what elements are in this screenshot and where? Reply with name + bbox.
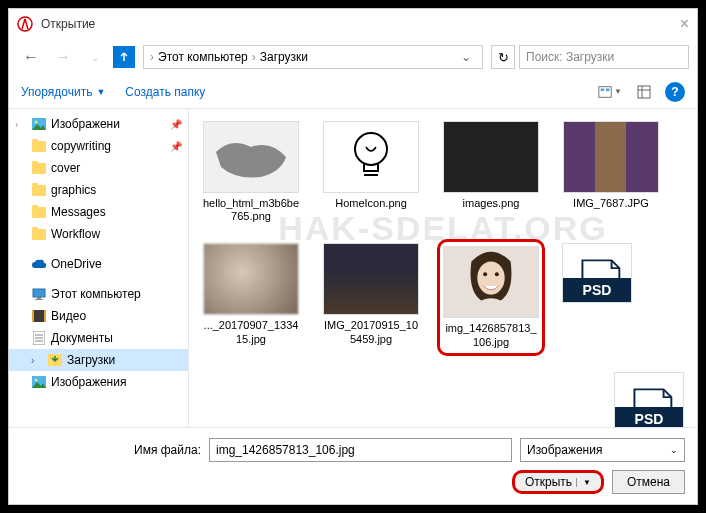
chevron-down-icon: ▼ <box>576 478 591 487</box>
file-label: img_1426857813_106.jpg <box>444 322 538 348</box>
thumbnail-crowd <box>323 243 419 315</box>
sidebar-item-pictures[interactable]: ›Изображени📌 <box>9 113 188 135</box>
svg-rect-2 <box>601 88 605 91</box>
file-item[interactable]: images.png <box>437 117 545 227</box>
up-button[interactable] <box>113 46 135 68</box>
organize-button[interactable]: Упорядочить ▼ <box>21 85 105 99</box>
file-item[interactable]: IMG_20170915_105459.jpg <box>317 239 425 355</box>
file-label: ..._20170907_133415.jpg <box>201 319 301 345</box>
sidebar-item-folder[interactable]: copywriting📌 <box>9 135 188 157</box>
breadcrumb-dropdown-icon[interactable]: ⌄ <box>456 50 476 64</box>
refresh-button[interactable]: ↻ <box>491 45 515 69</box>
svg-rect-12 <box>32 310 46 322</box>
view-details-button[interactable] <box>631 80 657 104</box>
close-icon[interactable]: × <box>680 15 689 33</box>
file-item[interactable]: IMG_7687.JPG <box>557 117 665 227</box>
thumbnail-woman <box>443 246 539 318</box>
thumbnail-bulb <box>323 121 419 193</box>
window-title: Открытие <box>41 17 95 31</box>
svg-point-27 <box>483 273 487 277</box>
svg-point-21 <box>35 379 38 382</box>
svg-point-8 <box>35 121 38 124</box>
file-item-selected[interactable]: img_1426857813_106.jpg <box>437 239 545 355</box>
svg-rect-3 <box>606 88 610 91</box>
breadcrumb[interactable]: › Этот компьютер › Загрузки ⌄ <box>143 45 483 69</box>
search-input[interactable]: Поиск: Загрузки <box>519 45 689 69</box>
pin-icon: 📌 <box>170 141 182 152</box>
sidebar-item-downloads[interactable]: ›Загрузки <box>9 349 188 371</box>
svg-rect-13 <box>32 310 34 322</box>
file-grid: HAK-SDELAT.ORG hello_html_m3b6be765.png … <box>189 109 697 427</box>
sidebar-item-folder[interactable]: Messages <box>9 201 188 223</box>
view-thumbnails-button[interactable]: ▼ <box>597 80 623 104</box>
sidebar-item-onedrive[interactable]: OneDrive <box>9 253 188 275</box>
breadcrumb-root[interactable]: Этот компьютер <box>158 50 248 64</box>
file-label: IMG_20170915_105459.jpg <box>321 319 421 345</box>
thumbnail-brochure <box>563 121 659 193</box>
thumbnail-blur <box>203 243 299 315</box>
breadcrumb-current[interactable]: Загрузки <box>260 50 308 64</box>
file-item[interactable]: HomeIcon.png <box>317 117 425 227</box>
sidebar-item-folder[interactable]: Workflow <box>9 223 188 245</box>
app-icon <box>17 16 33 32</box>
navbar: ← → ⌄ › Этот компьютер › Загрузки ⌄ ↻ По… <box>9 39 697 75</box>
chevron-right-icon: › <box>150 50 154 64</box>
forward-button: → <box>49 43 77 71</box>
toolbar: Упорядочить ▼ Создать папку ▼ ? <box>9 75 697 109</box>
body: ›Изображени📌 copywriting📌 cover graphics… <box>9 109 697 427</box>
thumbnail-psd: PSD <box>562 243 632 303</box>
sidebar-item-folder[interactable]: cover <box>9 157 188 179</box>
new-folder-button[interactable]: Создать папку <box>125 85 205 99</box>
svg-rect-10 <box>37 297 41 299</box>
titlebar: Открытие × <box>9 9 697 39</box>
sidebar-item-thispc[interactable]: Этот компьютер <box>9 283 188 305</box>
file-label: images.png <box>463 197 520 210</box>
chevron-right-icon: › <box>252 50 256 64</box>
file-label: IMG_7687.JPG <box>573 197 649 210</box>
back-button[interactable]: ← <box>17 43 45 71</box>
thumbnail-icons <box>443 121 539 193</box>
pin-icon: 📌 <box>170 119 182 130</box>
file-label: HomeIcon.png <box>335 197 407 210</box>
filename-label: Имя файла: <box>21 443 201 457</box>
svg-point-28 <box>495 273 499 277</box>
svg-rect-4 <box>638 86 650 98</box>
filename-input[interactable] <box>209 438 512 462</box>
file-type-filter[interactable]: Изображения⌄ <box>520 438 685 462</box>
file-label: hello_html_m3b6be765.png <box>201 197 301 223</box>
thumbnail-psd: PSD <box>614 372 684 427</box>
svg-point-22 <box>355 133 387 165</box>
footer: Имя файла: Изображения⌄ Открыть▼ Отмена <box>9 427 697 504</box>
svg-rect-9 <box>33 289 45 297</box>
thumbnail-map <box>203 121 299 193</box>
file-item[interactable]: ..._20170907_133415.jpg <box>197 239 305 355</box>
sidebar-item-videos[interactable]: Видео <box>9 305 188 327</box>
svg-rect-14 <box>44 310 46 322</box>
svg-rect-1 <box>599 86 611 97</box>
file-item[interactable]: PSD <box>609 368 689 427</box>
sidebar-item-pictures[interactable]: Изображения <box>9 371 188 393</box>
cancel-button[interactable]: Отмена <box>612 470 685 494</box>
file-item[interactable]: hello_html_m3b6be765.png <box>197 117 305 227</box>
help-icon[interactable]: ? <box>665 82 685 102</box>
open-button[interactable]: Открыть▼ <box>512 470 604 494</box>
sidebar-item-documents[interactable]: Документы <box>9 327 188 349</box>
recent-dropdown-icon[interactable]: ⌄ <box>81 43 109 71</box>
file-item[interactable]: PSD <box>557 239 637 355</box>
file-open-dialog: Открытие × ← → ⌄ › Этот компьютер › Загр… <box>8 8 698 505</box>
svg-rect-11 <box>35 299 43 300</box>
sidebar: ›Изображени📌 copywriting📌 cover graphics… <box>9 109 189 427</box>
chevron-down-icon: ⌄ <box>670 445 678 455</box>
sidebar-item-folder[interactable]: graphics <box>9 179 188 201</box>
